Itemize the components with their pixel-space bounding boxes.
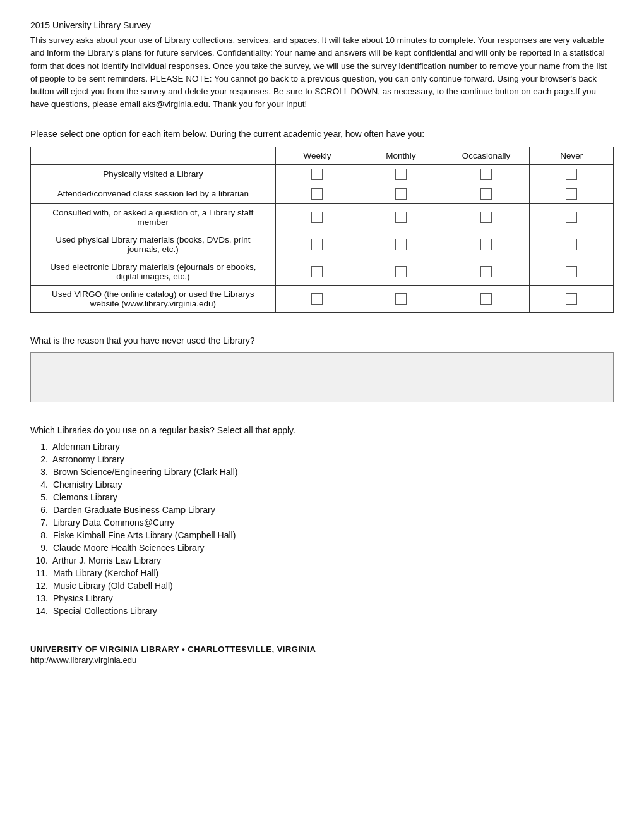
- library-name-6: Darden Graduate Business Camp Library: [51, 505, 215, 515]
- library-name-1: Alderman Library: [51, 442, 120, 452]
- intro-text: This survey asks about your use of Libra…: [30, 34, 614, 111]
- checkbox-row0-col2[interactable]: [480, 169, 492, 180]
- checkbox-row4-col0[interactable]: [311, 266, 323, 277]
- library-name-8: Fiske Kimball Fine Arts Library (Campbel…: [51, 530, 236, 540]
- footer-university: UNIVERSITY OF VIRGINIA LIBRARY • CHARLOT…: [30, 644, 614, 654]
- library-item-8: 8. Fiske Kimball Fine Arts Library (Camp…: [30, 530, 614, 540]
- library-name-9: Claude Moore Health Sciences Library: [51, 543, 205, 553]
- checkbox-row5-col3[interactable]: [566, 293, 577, 305]
- checkbox-row2-col1[interactable]: [395, 212, 407, 223]
- checkbox-row4-col1[interactable]: [395, 266, 407, 277]
- library-num-14: 14.: [30, 606, 48, 616]
- library-item-6: 6. Darden Graduate Business Camp Library: [30, 505, 614, 515]
- checkbox-row0-col3[interactable]: [566, 169, 577, 180]
- checkbox-row4-col2[interactable]: [480, 266, 492, 277]
- library-item-1: 1. Alderman Library: [30, 442, 614, 452]
- col-occasionally: Occasionally: [443, 147, 530, 164]
- checkbox-row3-col2[interactable]: [480, 239, 492, 250]
- libraries-list: 1. Alderman Library2. Astronomy Library3…: [30, 442, 614, 616]
- library-item-14: 14. Special Collections Library: [30, 606, 614, 616]
- library-name-14: Special Collections Library: [51, 606, 157, 616]
- col-never: Never: [530, 147, 614, 164]
- freq-row-label-0: Physically visited a Library: [31, 164, 276, 184]
- library-item-10: 10. Arthur J. Morris Law Library: [30, 555, 614, 565]
- library-name-5: Clemons Library: [51, 492, 117, 502]
- checkbox-row2-col0[interactable]: [311, 212, 323, 223]
- library-num-9: 9.: [30, 543, 48, 553]
- checkbox-row5-col0[interactable]: [311, 293, 323, 305]
- library-num-13: 13.: [30, 593, 48, 603]
- library-name-12: Music Library (Old Cabell Hall): [51, 581, 173, 591]
- library-item-9: 9. Claude Moore Health Sciences Library: [30, 543, 614, 553]
- library-item-12: 12. Music Library (Old Cabell Hall): [30, 581, 614, 591]
- library-num-10: 10.: [30, 555, 48, 565]
- checkbox-row4-col3[interactable]: [566, 266, 577, 277]
- checkbox-row2-col2[interactable]: [480, 212, 492, 223]
- freq-row-label-4: Used electronic Library materials (ejour…: [31, 258, 276, 285]
- survey-title: 2015 University Library Survey: [30, 20, 614, 30]
- library-num-8: 8.: [30, 530, 48, 540]
- library-name-3: Brown Science/Engineering Library (Clark…: [51, 467, 237, 477]
- reason-label: What is the reason that you have never u…: [30, 335, 614, 346]
- frequency-table: Weekly Monthly Occasionally Never Physic…: [30, 147, 614, 313]
- freq-row-label-3: Used physical Library materials (books, …: [31, 231, 276, 258]
- library-num-1: 1.: [30, 442, 48, 452]
- library-num-3: 3.: [30, 467, 48, 477]
- footer: UNIVERSITY OF VIRGINIA LIBRARY • CHARLOT…: [30, 639, 614, 665]
- libraries-label: Which Libraries do you use on a regular …: [30, 425, 614, 435]
- freq-row-label-2: Consulted with, or asked a question of, …: [31, 203, 276, 231]
- library-item-11: 11. Math Library (Kerchof Hall): [30, 568, 614, 578]
- checkbox-row1-col3[interactable]: [566, 188, 577, 200]
- library-num-7: 7.: [30, 517, 48, 528]
- library-item-13: 13. Physics Library: [30, 593, 614, 603]
- col-weekly: Weekly: [275, 147, 359, 164]
- library-item-2: 2. Astronomy Library: [30, 454, 614, 464]
- library-num-11: 11.: [30, 568, 48, 578]
- library-num-12: 12.: [30, 581, 48, 591]
- checkbox-row3-col0[interactable]: [311, 239, 323, 250]
- col-monthly: Monthly: [359, 147, 443, 164]
- checkbox-row1-col1[interactable]: [395, 188, 407, 200]
- checkbox-row2-col3[interactable]: [566, 212, 577, 223]
- checkbox-row5-col1[interactable]: [395, 293, 407, 305]
- library-item-3: 3. Brown Science/Engineering Library (Cl…: [30, 467, 614, 477]
- checkbox-row0-col1[interactable]: [395, 169, 407, 180]
- library-item-4: 4. Chemistry Library: [30, 480, 614, 490]
- footer-url: http://www.library.virginia.edu: [30, 655, 614, 665]
- library-item-5: 5. Clemons Library: [30, 492, 614, 502]
- frequency-section-label: Please select one option for each item b…: [30, 129, 614, 139]
- checkbox-row0-col0[interactable]: [311, 169, 323, 180]
- library-name-11: Math Library (Kerchof Hall): [51, 568, 158, 578]
- library-name-7: Library Data Commons@Curry: [51, 517, 174, 528]
- checkbox-row3-col1[interactable]: [395, 239, 407, 250]
- library-num-4: 4.: [30, 480, 48, 490]
- freq-row-label-1: Attended/convened class session led by a…: [31, 184, 276, 203]
- library-item-7: 7. Library Data Commons@Curry: [30, 517, 614, 528]
- freq-row-label-5: Used VIRGO (the online catalog) or used …: [31, 285, 276, 312]
- library-name-10: Arthur J. Morris Law Library: [51, 555, 161, 565]
- library-num-6: 6.: [30, 505, 48, 515]
- checkbox-row5-col2[interactable]: [480, 293, 492, 305]
- library-name-4: Chemistry Library: [51, 480, 122, 490]
- checkbox-row1-col2[interactable]: [480, 188, 492, 200]
- checkbox-row3-col3[interactable]: [566, 239, 577, 250]
- library-num-5: 5.: [30, 492, 48, 502]
- library-name-2: Astronomy Library: [51, 454, 124, 464]
- library-name-13: Physics Library: [51, 593, 113, 603]
- reason-textarea[interactable]: [30, 352, 614, 402]
- library-num-2: 2.: [30, 454, 48, 464]
- checkbox-row1-col0[interactable]: [311, 188, 323, 200]
